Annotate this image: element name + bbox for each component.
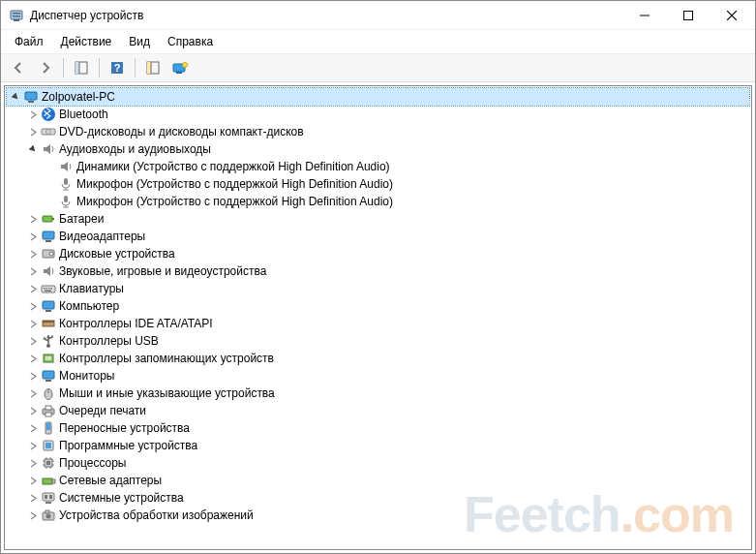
- svg-rect-76: [43, 493, 54, 501]
- expand-icon[interactable]: [26, 230, 40, 243]
- menu-view[interactable]: Вид: [121, 32, 158, 51]
- tree-category-mouse[interactable]: Мыши и иные указывающие устройства: [24, 385, 749, 402]
- svg-text:?: ?: [114, 62, 121, 74]
- tree-category-system-devices[interactable]: Системные устройства: [24, 489, 749, 507]
- tree-category-software-devices[interactable]: Программные устройства: [24, 437, 749, 454]
- tree-category-sound-game[interactable]: Звуковые, игровые и видеоустройства: [24, 262, 749, 280]
- tree-device-microphone[interactable]: Микрофон (Устройство с поддержкой High D…: [42, 193, 749, 210]
- expand-icon[interactable]: [26, 404, 40, 417]
- speaker-icon: [41, 141, 56, 157]
- tree-category-video[interactable]: Видеоадаптеры: [24, 228, 749, 245]
- expand-icon[interactable]: [26, 421, 40, 435]
- tree-category-audio[interactable]: Аудиовходы и аудиовыходы: [24, 140, 749, 158]
- expand-icon[interactable]: [26, 352, 40, 365]
- expand-icon[interactable]: [26, 456, 40, 470]
- svg-rect-20: [28, 101, 34, 103]
- expand-icon[interactable]: [26, 108, 40, 121]
- forward-button[interactable]: [34, 57, 57, 78]
- toolbar-separator: [99, 58, 100, 77]
- tree-label: Компьютер: [59, 299, 119, 313]
- menu-action[interactable]: Действие: [53, 32, 120, 51]
- tree-root[interactable]: Zolpovatel-PC: [7, 88, 749, 106]
- svg-rect-44: [45, 310, 51, 312]
- svg-rect-25: [64, 178, 68, 185]
- expand-icon[interactable]: [26, 439, 40, 452]
- tree-category-portable[interactable]: Переносные устройства: [24, 419, 749, 437]
- svg-point-24: [47, 131, 49, 133]
- expand-icon[interactable]: [26, 386, 40, 400]
- expand-icon[interactable]: [26, 282, 40, 295]
- show-hide-console-tree-button[interactable]: [70, 57, 93, 78]
- tree-category-usb[interactable]: Контроллеры USB: [24, 332, 749, 350]
- tree-category-ide[interactable]: Контроллеры IDE ATA/ATAPI: [24, 315, 749, 332]
- tree-category-dvd[interactable]: DVD-дисководы и дисководы компакт-дисков: [24, 123, 749, 140]
- tree-category-computer[interactable]: Компьютер: [24, 297, 749, 315]
- tree-category-disk[interactable]: Дисковые устройства: [24, 245, 749, 262]
- svg-rect-46: [43, 321, 54, 323]
- tree-category-imaging[interactable]: Устройства обработки изображений: [24, 507, 749, 524]
- tree-category-network[interactable]: Сетевые адаптеры: [24, 472, 749, 489]
- storage-controller-icon: [41, 351, 56, 366]
- usb-icon: [41, 333, 56, 349]
- svg-rect-65: [46, 461, 50, 465]
- expand-icon[interactable]: [26, 508, 40, 522]
- tree-label: Bluetooth: [59, 108, 108, 121]
- monitor-icon: [41, 368, 56, 384]
- tree-label: Устройства обработки изображений: [59, 508, 254, 522]
- tree-device-microphone[interactable]: Микрофон (Устройство с поддержкой High D…: [42, 175, 749, 193]
- printer-icon: [41, 403, 56, 418]
- svg-rect-77: [45, 495, 47, 499]
- tree-category-battery[interactable]: Батареи: [24, 210, 749, 228]
- svg-rect-31: [43, 216, 52, 222]
- tree-category-storage-controllers[interactable]: Контроллеры запоминающих устройств: [24, 350, 749, 367]
- tree-category-monitor[interactable]: Мониторы: [24, 367, 749, 385]
- svg-rect-78: [49, 495, 52, 499]
- titlebar: Диспетчер устройств: [1, 1, 755, 30]
- device-tree[interactable]: Zolpovatel-PC Bluetooth DVD-дисководы и …: [4, 85, 752, 550]
- expand-icon[interactable]: [26, 247, 40, 261]
- scan-hardware-button[interactable]: [141, 57, 165, 78]
- svg-rect-3: [14, 19, 19, 21]
- svg-rect-61: [46, 423, 50, 430]
- expand-icon[interactable]: [26, 317, 40, 330]
- expand-icon[interactable]: [26, 491, 40, 505]
- collapse-icon[interactable]: [9, 90, 22, 104]
- expand-icon[interactable]: [26, 334, 40, 348]
- show-hidden-devices-button[interactable]: [168, 57, 192, 78]
- tree-category-keyboard[interactable]: Клавиатуры: [24, 280, 749, 297]
- svg-rect-54: [45, 380, 51, 382]
- expand-icon[interactable]: [26, 264, 40, 278]
- tree-category-bluetooth[interactable]: Bluetooth: [24, 106, 749, 123]
- help-button[interactable]: ?: [106, 57, 129, 78]
- minimize-button[interactable]: [622, 1, 666, 29]
- menu-help[interactable]: Справка: [160, 32, 221, 51]
- svg-rect-50: [51, 336, 53, 338]
- svg-rect-58: [45, 406, 51, 410]
- close-button[interactable]: [710, 1, 753, 29]
- expand-icon[interactable]: [26, 299, 40, 313]
- svg-point-81: [46, 514, 51, 519]
- svg-rect-63: [45, 443, 51, 448]
- tree-label: Мыши и иные указывающие устройства: [59, 386, 275, 400]
- expand-icon[interactable]: [26, 212, 40, 226]
- tree-label: Мониторы: [59, 369, 114, 383]
- svg-rect-17: [176, 72, 182, 74]
- tree-device-speakers[interactable]: Динамики (Устройство с поддержкой High D…: [42, 158, 749, 175]
- svg-rect-14: [147, 62, 151, 74]
- tree-label: Аудиовходы и аудиовыходы: [59, 142, 211, 156]
- svg-rect-74: [43, 478, 52, 484]
- svg-rect-33: [43, 231, 54, 239]
- maximize-button[interactable]: [666, 1, 710, 29]
- expand-icon[interactable]: [26, 474, 40, 487]
- tree-label: Очереди печати: [59, 404, 146, 417]
- expand-icon[interactable]: [26, 369, 40, 383]
- svg-rect-9: [76, 62, 79, 74]
- collapse-icon[interactable]: [26, 142, 40, 156]
- back-button[interactable]: [7, 57, 30, 78]
- tree-label: Дисковые устройства: [59, 247, 175, 261]
- tree-category-cpu[interactable]: Процессоры: [24, 454, 749, 472]
- menu-file[interactable]: Файл: [7, 32, 51, 51]
- tree-category-print-queue[interactable]: Очереди печати: [24, 402, 749, 419]
- expand-icon[interactable]: [26, 125, 40, 138]
- tree-label: Программные устройства: [59, 439, 197, 452]
